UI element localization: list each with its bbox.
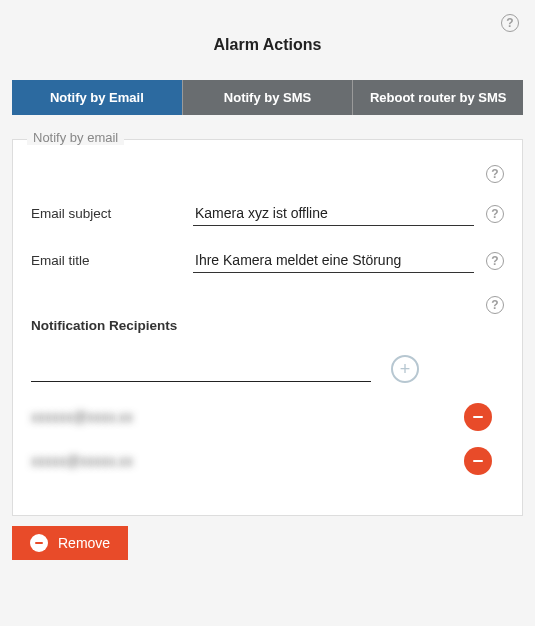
remove-recipient-button[interactable] <box>464 447 492 475</box>
email-subject-input[interactable] <box>193 201 474 226</box>
tab-notify-sms[interactable]: Notify by SMS <box>182 80 354 115</box>
email-title-input[interactable] <box>193 248 474 273</box>
panel-legend: Notify by email <box>27 130 124 145</box>
recipient-row: xxxxxx@xxxx.xx <box>31 403 504 431</box>
minus-circle-icon <box>30 534 48 552</box>
recipient-email: xxxxx@xxxxx.xx <box>31 453 133 469</box>
help-icon[interactable]: ? <box>486 205 504 223</box>
remove-button[interactable]: Remove <box>12 526 128 560</box>
email-title-label: Email title <box>31 253 181 268</box>
help-icon[interactable]: ? <box>486 296 504 314</box>
remove-button-label: Remove <box>58 535 110 551</box>
help-icon[interactable]: ? <box>486 165 504 183</box>
add-recipient-button[interactable]: + <box>391 355 419 383</box>
tab-reboot-sms[interactable]: Reboot router by SMS <box>353 80 523 115</box>
recipient-row: xxxxx@xxxxx.xx <box>31 447 504 475</box>
remove-recipient-button[interactable] <box>464 403 492 431</box>
help-icon[interactable]: ? <box>501 14 519 32</box>
tab-notify-email[interactable]: Notify by Email <box>12 80 182 115</box>
recipient-email: xxxxxx@xxxx.xx <box>31 409 133 425</box>
recipients-heading: Notification Recipients <box>31 318 504 333</box>
page-title: Alarm Actions <box>12 36 523 54</box>
tabs: Notify by Email Notify by SMS Reboot rou… <box>12 80 523 115</box>
help-icon[interactable]: ? <box>486 252 504 270</box>
notify-email-panel: Notify by email ? Email subject ? Email … <box>12 139 523 516</box>
recipient-input[interactable] <box>31 357 371 382</box>
email-subject-label: Email subject <box>31 206 181 221</box>
